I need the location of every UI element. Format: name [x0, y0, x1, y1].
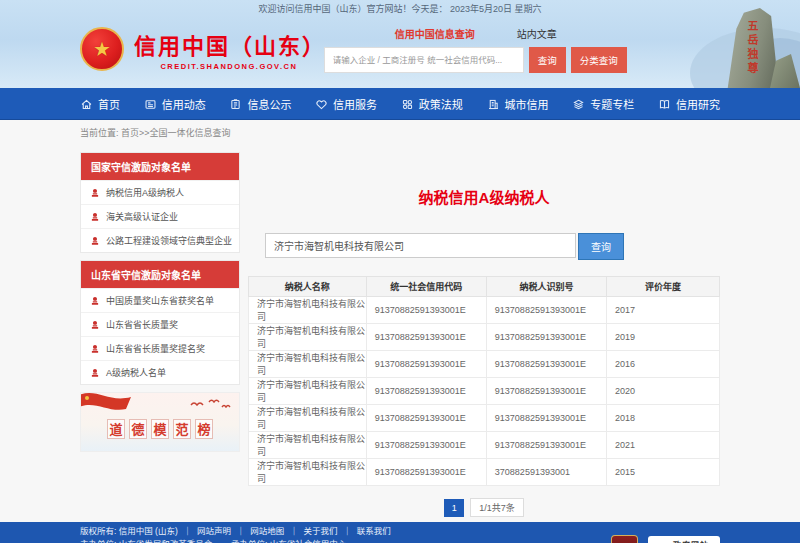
query-button[interactable]: 查询	[578, 233, 624, 260]
col-header-taxpayer-name: 纳税人名称	[249, 277, 367, 297]
col-header-taxpayer-id: 纳税人识别号	[486, 277, 606, 297]
nav-item-policies[interactable]: 政策法规	[401, 96, 463, 112]
cell-year: 2018	[606, 405, 719, 432]
nav-item-credit-news[interactable]: 信用动态	[144, 96, 206, 112]
heart-icon	[315, 98, 328, 111]
breadcrumb-home-link[interactable]: 首页	[121, 128, 139, 138]
sidebar-item-a-level-taxpayer[interactable]: 纳税信用A级纳税人	[81, 180, 239, 204]
tab-credit-info-query[interactable]: 信用中国信息查询	[395, 26, 475, 41]
news-icon	[144, 98, 157, 111]
header-search: 信用中国信息查询 站内文章 查询 分类查询	[324, 26, 628, 73]
organizer-text: 主办单位: 山东省发展和改革委员会	[80, 539, 212, 543]
gov-shield-badge[interactable]: ✦	[611, 535, 638, 543]
footer-link-contact[interactable]: 联系我们	[357, 526, 391, 536]
breadcrumb-prefix: 当前位置:	[80, 128, 119, 138]
gov-website-error-badge[interactable]: 政府网站 找错	[648, 536, 720, 543]
cell-name: 济宁市海智机电科技有限公司	[249, 351, 367, 378]
building-icon	[487, 98, 500, 111]
footer-line-copyright: 版权所有: 信用中国 (山东) ｜ 网站声明 ｜ 网站地图 ｜ 关于我们 ｜ 联…	[80, 525, 418, 538]
sidebar-item-china-quality-award[interactable]: 中国质量奖山东省获奖名单	[81, 288, 239, 312]
cell-taxpayer-id: 91370882591393001E	[486, 432, 606, 459]
category-query-button[interactable]: 分类查询	[571, 47, 627, 73]
seal-icon	[90, 296, 100, 306]
nav-label: 信息公示	[247, 96, 291, 112]
cell-credit-code: 91370882591393001E	[366, 459, 486, 486]
main-panel: 纳税信用A级纳税人 查询 纳税人名称 统一社会信用代码 纳税人识别号 评价年度 …	[248, 152, 720, 517]
results-table: 纳税人名称 统一社会信用代码 纳税人识别号 评价年度 济宁市海智机电科技有限公司…	[248, 276, 720, 486]
sidebar-item-label: 山东省省长质量奖提名奖	[106, 342, 205, 355]
page-1-button[interactable]: 1	[444, 499, 464, 517]
header-search-input[interactable]	[324, 47, 524, 73]
nav-label: 专题专栏	[590, 96, 634, 112]
sidebar-item-label: 公路工程建设领域守信典型企业	[106, 234, 232, 247]
nav-item-credit-research[interactable]: 信用研究	[658, 96, 720, 112]
emblem-star-icon: ★	[93, 39, 111, 59]
cell-taxpayer-id: 91370882591393001E	[486, 297, 606, 324]
banner-title: 道 德 模 范 榜	[81, 419, 239, 439]
col-header-eval-year: 评价年度	[606, 277, 719, 297]
home-icon	[80, 98, 93, 111]
sidebar-item-label: 海关高级认证企业	[106, 210, 178, 223]
nav-item-special-topics[interactable]: 专题专栏	[572, 96, 634, 112]
separator: ｜	[290, 526, 299, 536]
separator: ｜	[343, 526, 352, 536]
nav-item-city-credit[interactable]: 城市信用	[487, 96, 549, 112]
page-title: 纳税信用A级纳税人	[248, 186, 720, 207]
footer-link-statement[interactable]: 网站声明	[197, 526, 231, 536]
cell-year: 2017	[606, 297, 719, 324]
table-row: 济宁市海智机电科技有限公司 91370882591393001E 9137088…	[249, 378, 720, 405]
header: 欢迎访问信用中国（山东）官方网站！今天是： 2023年5月20日 星期六 ★ 信…	[0, 0, 800, 88]
cell-taxpayer-id: 91370882591393001E	[486, 405, 606, 432]
cell-year: 2019	[606, 324, 719, 351]
cell-taxpayer-id: 91370882591393001E	[486, 324, 606, 351]
result-search: 查询	[265, 233, 720, 260]
birds-icon	[189, 397, 235, 411]
banner-char: 范	[173, 419, 191, 439]
nav-item-info-disclosure[interactable]: 信息公示	[229, 96, 291, 112]
cell-credit-code: 91370882591393001E	[366, 351, 486, 378]
cell-name: 济宁市海智机电科技有限公司	[249, 405, 367, 432]
nav-label: 政策法规	[419, 96, 463, 112]
sidebar-item-governor-award-nominee[interactable]: 山东省省长质量奖提名奖	[81, 336, 239, 360]
footer-badges: ✦ 政府网站 找错	[611, 535, 720, 543]
table-header-row: 纳税人名称 统一社会信用代码 纳税人识别号 评价年度	[249, 277, 720, 297]
cell-taxpayer-id: 91370882591393001E	[486, 378, 606, 405]
nav-item-credit-services[interactable]: 信用服务	[315, 96, 377, 112]
nav-label: 信用动态	[162, 96, 206, 112]
company-search-input[interactable]	[265, 233, 576, 258]
nav-label: 信用研究	[676, 96, 720, 112]
header-query-button[interactable]: 查询	[529, 47, 566, 73]
table-row: 济宁市海智机电科技有限公司 91370882591393001E 9137088…	[249, 405, 720, 432]
sidebar-section-provincial: 山东省守信激励对象名单 中国质量奖山东省获奖名单 山东省省长质量奖 山东省省长质…	[80, 260, 240, 385]
cell-name: 济宁市海智机电科技有限公司	[249, 459, 367, 486]
table-row: 济宁市海智机电科技有限公司 91370882591393001E 3708825…	[249, 459, 720, 486]
table-row: 济宁市海智机电科技有限公司 91370882591393001E 9137088…	[249, 324, 720, 351]
national-emblem-logo: ★	[80, 27, 124, 71]
breadcrumb-current: 全国一体化信息查询	[150, 128, 231, 138]
content-area: 国家守信激励对象名单 纳税信用A级纳税人 海关高级认证企业 公路工程建设领域守信…	[80, 146, 720, 517]
book-icon	[658, 98, 671, 111]
clipboard-icon	[229, 98, 242, 111]
breadcrumb-separator: >>	[139, 128, 150, 138]
nav-item-home[interactable]: 首页	[80, 96, 120, 112]
grid-icon	[401, 98, 414, 111]
page: 欢迎访问信用中国（山东）官方网站！今天是： 2023年5月20日 星期六 ★ 信…	[0, 0, 800, 543]
moral-model-banner[interactable]: 道 德 模 范 榜	[80, 392, 240, 452]
table-row: 济宁市海智机电科技有限公司 91370882591393001E 9137088…	[249, 351, 720, 378]
cell-taxpayer-id: 91370882591393001E	[486, 351, 606, 378]
sidebar-item-governor-quality-award[interactable]: 山东省省长质量奖	[81, 312, 239, 336]
site-domain: CREDIT.SHANDONG.GOV.CN	[134, 62, 324, 71]
breadcrumb: 当前位置: 首页>>全国一体化信息查询	[80, 120, 720, 146]
banner-char: 榜	[195, 419, 213, 439]
sidebar-item-a-level-taxpayer-list[interactable]: A级纳税人名单	[81, 360, 239, 384]
layers-icon	[572, 98, 585, 111]
footer-text: 版权所有: 信用中国 (山东) ｜ 网站声明 ｜ 网站地图 ｜ 关于我们 ｜ 联…	[80, 525, 418, 543]
welcome-bar: 欢迎访问信用中国（山东）官方网站！今天是： 2023年5月20日 星期六	[0, 0, 800, 18]
sidebar-item-customs-certified[interactable]: 海关高级认证企业	[81, 204, 239, 228]
cell-year: 2015	[606, 459, 719, 486]
tab-site-articles[interactable]: 站内文章	[517, 26, 557, 41]
footer-link-about[interactable]: 关于我们	[304, 526, 338, 536]
sidebar-item-label: 山东省省长质量奖	[106, 318, 178, 331]
sidebar-item-highway-engineering[interactable]: 公路工程建设领域守信典型企业	[81, 228, 239, 252]
footer-link-sitemap[interactable]: 网站地图	[250, 526, 284, 536]
